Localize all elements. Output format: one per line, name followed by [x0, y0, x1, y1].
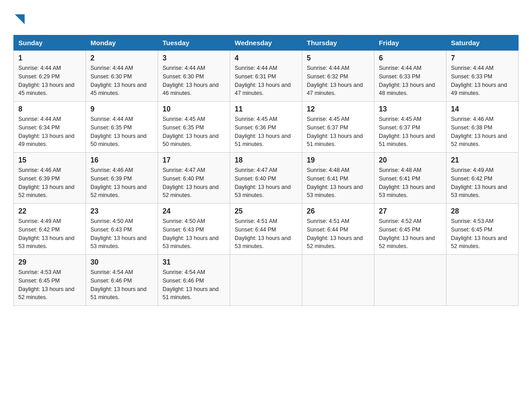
day-number: 9: [90, 105, 153, 113]
day-number: 8: [18, 105, 81, 113]
logo-triangle-icon: [15, 14, 25, 24]
calendar-cell: 11 Sunrise: 4:45 AMSunset: 6:36 PMDaylig…: [230, 102, 302, 153]
day-number: 25: [235, 207, 297, 215]
day-info: Sunrise: 4:44 AMSunset: 6:34 PMDaylight:…: [18, 116, 74, 147]
day-info: Sunrise: 4:47 AMSunset: 6:40 PMDaylight:…: [163, 167, 219, 198]
calendar-cell: 3 Sunrise: 4:44 AMSunset: 6:30 PMDayligh…: [158, 51, 230, 102]
day-info: Sunrise: 4:51 AMSunset: 6:44 PMDaylight:…: [235, 218, 291, 249]
calendar-cell: 12 Sunrise: 4:45 AMSunset: 6:37 PMDaylig…: [302, 102, 374, 153]
day-info: Sunrise: 4:44 AMSunset: 6:30 PMDaylight:…: [163, 65, 219, 96]
day-number: 11: [235, 105, 297, 113]
calendar-cell: 15 Sunrise: 4:46 AMSunset: 6:39 PMDaylig…: [14, 153, 86, 204]
day-number: 10: [163, 105, 225, 113]
day-info: Sunrise: 4:48 AMSunset: 6:41 PMDaylight:…: [379, 167, 435, 198]
day-info: Sunrise: 4:45 AMSunset: 6:37 PMDaylight:…: [379, 116, 435, 147]
day-info: Sunrise: 4:44 AMSunset: 6:30 PMDaylight:…: [90, 65, 146, 96]
day-number: 15: [18, 156, 81, 164]
day-number: 3: [163, 54, 225, 62]
day-info: Sunrise: 4:44 AMSunset: 6:33 PMDaylight:…: [451, 65, 507, 96]
day-number: 7: [451, 54, 514, 62]
calendar-week-row: 15 Sunrise: 4:46 AMSunset: 6:39 PMDaylig…: [14, 153, 519, 204]
day-info: Sunrise: 4:50 AMSunset: 6:43 PMDaylight:…: [163, 218, 219, 249]
day-info: Sunrise: 4:49 AMSunset: 6:42 PMDaylight:…: [18, 218, 74, 249]
day-info: Sunrise: 4:53 AMSunset: 6:45 PMDaylight:…: [451, 218, 507, 249]
day-number: 19: [307, 156, 369, 164]
calendar-week-row: 1 Sunrise: 4:44 AMSunset: 6:29 PMDayligh…: [14, 51, 519, 102]
day-info: Sunrise: 4:45 AMSunset: 6:35 PMDaylight:…: [163, 116, 219, 147]
calendar-week-row: 22 Sunrise: 4:49 AMSunset: 6:42 PMDaylig…: [14, 204, 519, 255]
day-number: 29: [18, 258, 81, 266]
day-number: 24: [163, 207, 225, 215]
calendar-cell: [374, 255, 446, 306]
calendar-cell: 6 Sunrise: 4:44 AMSunset: 6:33 PMDayligh…: [374, 51, 446, 102]
day-info: Sunrise: 4:52 AMSunset: 6:45 PMDaylight:…: [379, 218, 435, 249]
day-info: Sunrise: 4:51 AMSunset: 6:44 PMDaylight:…: [307, 218, 363, 249]
day-info: Sunrise: 4:44 AMSunset: 6:32 PMDaylight:…: [307, 65, 363, 96]
weekday-header-monday: Monday: [86, 35, 158, 51]
day-number: 1: [18, 54, 81, 62]
day-info: Sunrise: 4:46 AMSunset: 6:38 PMDaylight:…: [451, 116, 507, 147]
day-number: 16: [90, 156, 153, 164]
day-info: Sunrise: 4:44 AMSunset: 6:35 PMDaylight:…: [90, 116, 146, 147]
calendar-cell: 31 Sunrise: 4:54 AMSunset: 6:46 PMDaylig…: [158, 255, 230, 306]
calendar-cell: 20 Sunrise: 4:48 AMSunset: 6:41 PMDaylig…: [374, 153, 446, 204]
day-number: 4: [235, 54, 297, 62]
calendar-cell: 28 Sunrise: 4:53 AMSunset: 6:45 PMDaylig…: [446, 204, 519, 255]
day-info: Sunrise: 4:44 AMSunset: 6:29 PMDaylight:…: [18, 65, 74, 96]
weekday-header-thursday: Thursday: [302, 35, 374, 51]
day-number: 21: [451, 156, 514, 164]
calendar-cell: 29 Sunrise: 4:53 AMSunset: 6:45 PMDaylig…: [14, 255, 86, 306]
day-number: 22: [18, 207, 81, 215]
logo: [13, 13, 25, 26]
calendar-cell: 8 Sunrise: 4:44 AMSunset: 6:34 PMDayligh…: [14, 102, 86, 153]
day-info: Sunrise: 4:46 AMSunset: 6:39 PMDaylight:…: [90, 167, 146, 198]
calendar-week-row: 8 Sunrise: 4:44 AMSunset: 6:34 PMDayligh…: [14, 102, 519, 153]
day-number: 23: [90, 207, 153, 215]
calendar-cell: 26 Sunrise: 4:51 AMSunset: 6:44 PMDaylig…: [302, 204, 374, 255]
calendar-cell: 30 Sunrise: 4:54 AMSunset: 6:46 PMDaylig…: [86, 255, 158, 306]
day-number: 6: [379, 54, 442, 62]
day-number: 5: [307, 54, 369, 62]
calendar-cell: 27 Sunrise: 4:52 AMSunset: 6:45 PMDaylig…: [374, 204, 446, 255]
weekday-header-saturday: Saturday: [446, 35, 519, 51]
calendar-header-row: SundayMondayTuesdayWednesdayThursdayFrid…: [14, 35, 519, 51]
calendar-cell: [230, 255, 302, 306]
day-info: Sunrise: 4:54 AMSunset: 6:46 PMDaylight:…: [163, 269, 219, 300]
day-number: 30: [90, 258, 153, 266]
calendar-cell: 25 Sunrise: 4:51 AMSunset: 6:44 PMDaylig…: [230, 204, 302, 255]
day-number: 18: [235, 156, 297, 164]
calendar-cell: 23 Sunrise: 4:50 AMSunset: 6:43 PMDaylig…: [86, 204, 158, 255]
weekday-header-friday: Friday: [374, 35, 446, 51]
day-info: Sunrise: 4:46 AMSunset: 6:39 PMDaylight:…: [18, 167, 74, 198]
calendar-cell: 7 Sunrise: 4:44 AMSunset: 6:33 PMDayligh…: [446, 51, 519, 102]
day-number: 26: [307, 207, 369, 215]
day-number: 20: [379, 156, 442, 164]
day-number: 2: [90, 54, 153, 62]
calendar-cell: 9 Sunrise: 4:44 AMSunset: 6:35 PMDayligh…: [86, 102, 158, 153]
calendar-cell: 2 Sunrise: 4:44 AMSunset: 6:30 PMDayligh…: [86, 51, 158, 102]
day-number: 31: [163, 258, 225, 266]
calendar-cell: 17 Sunrise: 4:47 AMSunset: 6:40 PMDaylig…: [158, 153, 230, 204]
calendar-cell: 5 Sunrise: 4:44 AMSunset: 6:32 PMDayligh…: [302, 51, 374, 102]
calendar-cell: 16 Sunrise: 4:46 AMSunset: 6:39 PMDaylig…: [86, 153, 158, 204]
day-info: Sunrise: 4:45 AMSunset: 6:37 PMDaylight:…: [307, 116, 363, 147]
day-number: 17: [163, 156, 225, 164]
calendar-cell: 10 Sunrise: 4:45 AMSunset: 6:35 PMDaylig…: [158, 102, 230, 153]
day-info: Sunrise: 4:47 AMSunset: 6:40 PMDaylight:…: [235, 167, 291, 198]
day-number: 28: [451, 207, 514, 215]
day-info: Sunrise: 4:50 AMSunset: 6:43 PMDaylight:…: [90, 218, 146, 249]
calendar-cell: [446, 255, 519, 306]
calendar-week-row: 29 Sunrise: 4:53 AMSunset: 6:45 PMDaylig…: [14, 255, 519, 306]
weekday-header-tuesday: Tuesday: [158, 35, 230, 51]
day-number: 27: [379, 207, 442, 215]
weekday-header-sunday: Sunday: [14, 35, 86, 51]
calendar-cell: 19 Sunrise: 4:48 AMSunset: 6:41 PMDaylig…: [302, 153, 374, 204]
calendar-cell: 18 Sunrise: 4:47 AMSunset: 6:40 PMDaylig…: [230, 153, 302, 204]
calendar-cell: 24 Sunrise: 4:50 AMSunset: 6:43 PMDaylig…: [158, 204, 230, 255]
day-info: Sunrise: 4:48 AMSunset: 6:41 PMDaylight:…: [307, 167, 363, 198]
day-info: Sunrise: 4:53 AMSunset: 6:45 PMDaylight:…: [18, 269, 74, 300]
page-header: [13, 9, 519, 26]
logo-icon: [13, 13, 25, 26]
calendar-table: SundayMondayTuesdayWednesdayThursdayFrid…: [13, 35, 519, 306]
calendar-cell: 13 Sunrise: 4:45 AMSunset: 6:37 PMDaylig…: [374, 102, 446, 153]
